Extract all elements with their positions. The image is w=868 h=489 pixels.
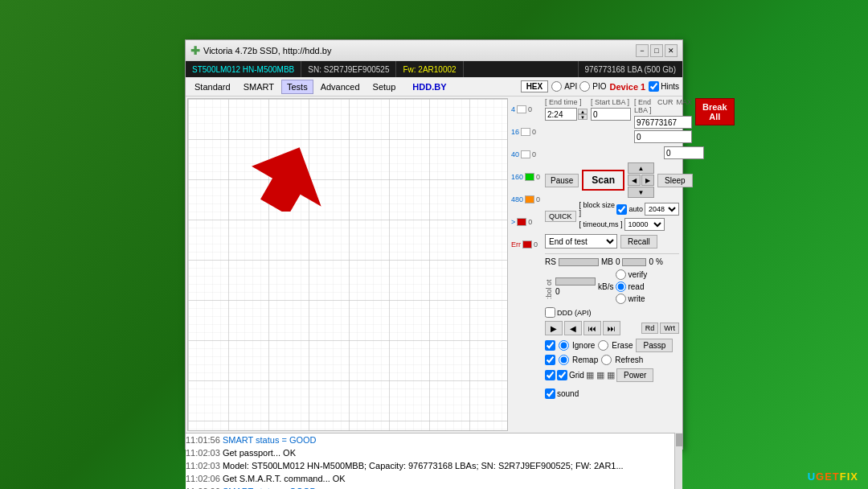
svg-rect-1 [188, 99, 507, 430]
log-line-3: 11:02:06 Get S.M.A.R.T. command... OK [186, 472, 674, 485]
legend-row-gt: > 0 [511, 211, 540, 233]
legend-row-err: Err 0 [511, 233, 540, 256]
log-time-2: 11:02:03 [186, 461, 220, 471]
separator-1 [545, 253, 679, 254]
remap-label: Remap [572, 355, 598, 364]
timeout-row: [ timeout,ms ] 10000 [579, 218, 679, 231]
grid-row-checkbox[interactable] [545, 370, 555, 380]
nav-left-arrow[interactable]: ◀ [628, 175, 641, 186]
mb-label: MB [601, 257, 613, 266]
log-label: :bol ot [545, 275, 553, 299]
minimize-button[interactable]: − [636, 44, 649, 57]
stop-button[interactable]: ◀ [564, 321, 582, 335]
end-of-test-select[interactable]: End of test [545, 234, 617, 249]
legend-label-err: Err [511, 240, 521, 249]
wrt-button[interactable]: Wrt [660, 323, 679, 334]
pause-button[interactable]: Pause [545, 174, 579, 187]
watermark-prefix: U [808, 471, 816, 483]
cur-label: CUR [657, 98, 674, 114]
hex-button[interactable]: HEX [521, 80, 549, 92]
erase-radio[interactable] [598, 340, 608, 351]
log-msg-3: Get S.M.A.R.T. command... OK [223, 474, 346, 483]
end-lba-header: [ End LBA ] CUR MAX [634, 98, 692, 114]
write-radio[interactable] [616, 294, 626, 304]
remap-radio[interactable] [559, 355, 569, 365]
log-scrollbar[interactable] [674, 433, 682, 489]
menu-tests[interactable]: Tests [281, 80, 313, 94]
api-radio[interactable] [551, 81, 562, 92]
block-size-select[interactable]: 2048 [645, 203, 679, 216]
verify-read-write-group: verify read write [616, 269, 647, 304]
log-time-3: 11:02:06 [186, 474, 220, 483]
close-button[interactable]: ✕ [665, 44, 678, 57]
hex-api-bar: HEX API PIO Device 1 Hints [521, 80, 679, 92]
ignore-radio[interactable] [559, 340, 569, 351]
nav-down-arrow[interactable]: ▼ [628, 187, 654, 198]
break-all-button[interactable]: Break All [695, 98, 735, 125]
nav-up-arrow[interactable]: ▲ [628, 162, 654, 174]
end-lba-group: [ End LBA ] CUR MAX [634, 98, 692, 143]
hints-checkbox[interactable] [649, 81, 659, 92]
read-radio[interactable] [616, 281, 626, 292]
max-row [545, 146, 679, 159]
refresh-radio[interactable] [601, 355, 612, 365]
grid-checkbox[interactable] [557, 370, 567, 380]
auto-checkbox[interactable] [616, 204, 627, 215]
block-timeout-group: [ block size ] auto 2048 [ timeout,ms ] … [579, 201, 679, 231]
power-button[interactable]: Power [616, 368, 653, 382]
log-line-4: 11:02:06 SMART status = GOOD [186, 485, 674, 489]
menu-setup[interactable]: Setup [367, 80, 402, 94]
menu-advanced[interactable]: Advanced [315, 80, 366, 94]
max-input[interactable] [664, 146, 704, 159]
time-up-arrow[interactable]: ▲ [578, 109, 588, 114]
api-label: API [564, 82, 577, 91]
log-msg-2: Model: ST500LM012 HN-M500MBB; Capacity: … [223, 461, 624, 471]
quick-button[interactable]: QUICK [545, 211, 576, 222]
play-button[interactable]: ▶ [545, 321, 563, 335]
remap-checkbox[interactable] [545, 355, 555, 365]
read-row: read [616, 281, 647, 292]
legend-row-4: 4 0 [511, 98, 540, 121]
legend-row-160: 160 0 [511, 166, 540, 188]
recall-button[interactable]: Recall [620, 235, 657, 249]
skip-back-button[interactable]: ⏮ [583, 321, 601, 335]
ddd-checkbox[interactable] [545, 307, 555, 318]
end-lba-input[interactable] [634, 116, 692, 129]
verify-radio[interactable] [616, 269, 626, 280]
erase-label: Erase [612, 341, 633, 350]
lba-label: 976773168 LBA (500 Gb) [578, 61, 682, 77]
time-down-arrow[interactable]: ▼ [578, 114, 588, 120]
ignore-erase-checkbox[interactable] [545, 340, 555, 351]
scan-button[interactable]: Scan [582, 170, 624, 191]
ignore-erase-row: Ignore Erase Passp [545, 339, 679, 352]
menu-smart[interactable]: SMART [238, 80, 280, 94]
graph-grid [188, 99, 507, 430]
passp-button[interactable]: Passp [636, 339, 673, 352]
legend-label-gt: > [511, 218, 515, 226]
window-title: Victoria 4.72b SSD, http://hdd.by [203, 46, 331, 55]
pio-radio[interactable] [579, 81, 590, 92]
read-label: read [628, 282, 644, 291]
skip-forward-button[interactable]: ⏭ [603, 321, 620, 335]
rs-label: RS [545, 257, 556, 266]
start-lba-input[interactable] [591, 108, 631, 121]
sleep-button[interactable]: Sleep [657, 174, 693, 187]
block-size-label: [ block size ] [579, 201, 616, 217]
sound-label: sound [557, 389, 579, 398]
timeout-select[interactable]: 10000 [624, 218, 665, 231]
watermark-middle: GET [816, 471, 840, 483]
nav-arrows: ▲ ◀ ▶ ▼ [628, 162, 654, 198]
rd-button[interactable]: Rd [641, 323, 659, 334]
pct-value: 0 [649, 257, 653, 266]
nav-right-arrow[interactable]: ▶ [641, 175, 654, 186]
time-input[interactable] [545, 108, 577, 121]
cur-input[interactable] [634, 130, 692, 143]
log-scroll-thumb[interactable] [676, 434, 682, 446]
write-label: write [628, 294, 645, 303]
menu-standard[interactable]: Standard [189, 80, 236, 94]
rd-wrt-group: Rd Wrt [641, 323, 679, 334]
maximize-button[interactable]: □ [650, 44, 663, 57]
mb-progress-bar [559, 258, 599, 266]
sound-checkbox[interactable] [545, 388, 555, 399]
graph-container: 4 0 16 0 40 0 160 0 [186, 97, 542, 433]
